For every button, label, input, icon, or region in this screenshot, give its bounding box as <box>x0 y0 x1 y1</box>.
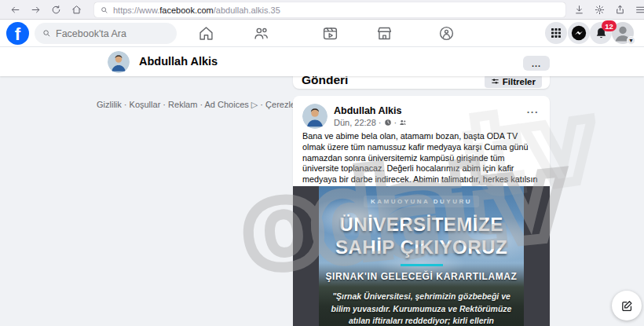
messenger-icon <box>570 24 587 42</box>
post-menu-button[interactable]: ... <box>527 104 539 115</box>
menu-hamburger-icon[interactable] <box>630 2 644 17</box>
poster-title-line2: SAHİP ÇIKIYORUZ <box>319 236 524 258</box>
search-icon <box>42 29 51 38</box>
share-icon[interactable] <box>609 2 630 17</box>
tab-marketplace[interactable] <box>372 23 396 44</box>
clock-icon <box>384 119 392 126</box>
filter-sliders-icon <box>491 77 499 86</box>
browser-home-button[interactable] <box>66 2 86 17</box>
poster-graphic: KAMUOYUNA DUYURU ÜNİVERSİTEMİZE SAHİP ÇI… <box>319 186 524 326</box>
compose-fab-button[interactable] <box>612 291 642 321</box>
facebook-logo[interactable]: f <box>6 22 29 45</box>
edit-pencil-icon <box>620 299 634 313</box>
settings-gear-icon[interactable] <box>589 2 609 17</box>
tab-video[interactable] <box>318 23 342 44</box>
url-bar[interactable]: https://www.facebook.com/abdullah.alkis.… <box>94 2 565 17</box>
apps-menu-button[interactable] <box>545 22 567 44</box>
search-bar[interactable] <box>35 23 177 44</box>
post-author-name[interactable]: Abdullah Alkis <box>334 105 401 116</box>
notification-badge: 12 <box>602 20 617 31</box>
tab-groups[interactable] <box>434 23 458 44</box>
tab-friends[interactable] <box>249 23 273 44</box>
footer-links[interactable]: Gizlilik · Koşullar · Reklam · Ad Choice… <box>97 100 327 110</box>
profile-avatar[interactable] <box>108 51 130 73</box>
home-icon <box>198 25 214 42</box>
post-card: Abdullah Alkis Dün, 22:28 · · ... Bana v… <box>293 96 550 326</box>
video-watch-icon <box>322 25 338 42</box>
chevron-down-icon: ▼ <box>627 36 635 45</box>
poster-quote: "Şırnak Üniversitesi, şehrimizin gözbebe… <box>331 291 513 326</box>
facebook-header: f 12 ▼ <box>0 20 644 47</box>
post-author-avatar[interactable] <box>302 104 327 129</box>
poster-kicker: KAMUOYUNA DUYURU <box>364 196 479 207</box>
friends-icon <box>253 25 269 42</box>
grid-icon <box>550 27 562 39</box>
search-input[interactable] <box>56 28 158 39</box>
profile-sticky-bar: Abdullah Alkis ... <box>0 47 644 76</box>
browser-back-button[interactable] <box>5 2 25 17</box>
filters-button[interactable]: Filtreler <box>485 75 542 88</box>
search-icon <box>101 6 108 14</box>
post-meta: Dün, 22:28 · · <box>334 118 407 127</box>
tab-home[interactable] <box>194 23 218 44</box>
url-text: https://www.facebook.com/abdullah.alkis.… <box>113 5 280 15</box>
profile-more-button[interactable]: ... <box>523 56 550 71</box>
groups-icon <box>438 25 455 42</box>
poster-divider <box>401 264 443 266</box>
browser-toolbar: https://www.facebook.com/abdullah.alkis.… <box>0 0 644 20</box>
browser-reload-button[interactable] <box>46 2 66 17</box>
post-image[interactable]: KAMUOYUNA DUYURU ÜNİVERSİTEMİZE SAHİP ÇI… <box>293 186 550 326</box>
messenger-button[interactable] <box>568 22 590 44</box>
profile-name[interactable]: Abdullah Alkis <box>139 55 218 68</box>
browser-forward-button[interactable] <box>25 2 46 17</box>
download-icon[interactable] <box>569 2 589 17</box>
marketplace-icon <box>376 25 393 42</box>
friends-privacy-icon <box>399 119 407 126</box>
poster-subtitle: ŞIRNAK'IN GELECEĞİ KARARTILAMAZ <box>319 271 524 282</box>
poster-title-line1: ÜNİVERSİTEMİZE <box>319 213 524 236</box>
